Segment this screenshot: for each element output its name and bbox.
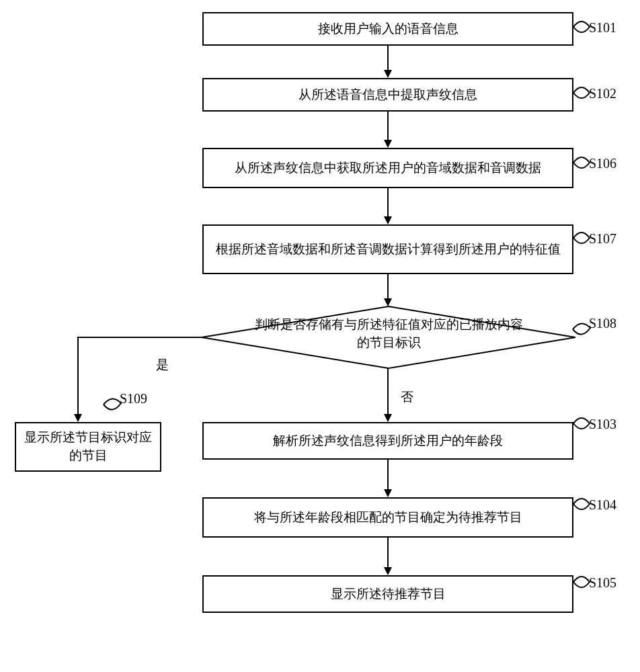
label-curve-s105 <box>573 574 591 590</box>
process-step-s109: 显示所述节目标识对应的节目 <box>15 422 161 472</box>
step-text: 将与所述年龄段相匹配的节目确定为待推荐节目 <box>254 509 522 527</box>
branch-no: 否 <box>401 388 413 406</box>
arrow-yes-s109 <box>74 336 208 422</box>
arrow-s107-s108 <box>383 274 393 306</box>
label-curve-s108 <box>573 321 592 337</box>
step-id-s107: S107 <box>589 231 616 247</box>
step-id-s106: S106 <box>589 156 616 171</box>
step-id-s103: S103 <box>589 417 616 432</box>
arrow-s106-s107 <box>383 188 393 224</box>
step-text: 显示所述待推荐节目 <box>331 585 446 603</box>
svg-marker-15 <box>384 567 392 575</box>
step-text: 从所述语音信息中提取声纹信息 <box>298 86 477 104</box>
step-id-s105: S105 <box>589 575 616 591</box>
process-step-s104: 将与所述年龄段相匹配的节目确定为待推荐节目 <box>202 497 573 538</box>
step-text: 解析所述声纹信息得到所述用户的年龄段 <box>273 432 503 450</box>
label-curve-s107 <box>573 230 591 246</box>
arrow-s102-s106 <box>383 112 393 148</box>
process-step-s102: 从所述语音信息中提取声纹信息 <box>202 78 573 112</box>
step-id-s108: S108 <box>589 316 616 331</box>
step-text: 根据所述音域数据和所述音调数据计算得到所述用户的特征值 <box>216 241 561 259</box>
step-text: 从所述声纹信息中获取所述用户的音域数据和音调数据 <box>235 159 541 177</box>
process-step-s106: 从所述声纹信息中获取所述用户的音域数据和音调数据 <box>202 148 573 188</box>
label-curve-s101 <box>573 19 591 35</box>
svg-marker-1 <box>384 70 392 78</box>
label-curve-s106 <box>573 155 591 171</box>
step-id-s101: S101 <box>589 20 616 36</box>
label-curve-s109 <box>104 396 122 413</box>
svg-marker-11 <box>384 414 392 422</box>
svg-marker-13 <box>384 489 392 497</box>
step-id-s102: S102 <box>589 86 616 101</box>
step-id-s109: S109 <box>120 391 147 407</box>
label-curve-s102 <box>573 85 591 101</box>
process-step-s105: 显示所述待推荐节目 <box>202 575 573 613</box>
arrow-s103-s104 <box>383 460 393 497</box>
label-curve-s104 <box>573 496 591 512</box>
svg-marker-7 <box>384 298 392 306</box>
step-text: 显示所述节目标识对应的节目 <box>24 429 152 464</box>
arrow-no-s103 <box>383 368 393 422</box>
process-step-s107: 根据所述音域数据和所述音调数据计算得到所述用户的特征值 <box>202 224 573 274</box>
arrow-s101-s102 <box>383 46 393 78</box>
arrow-s104-s105 <box>383 538 393 575</box>
step-id-s104: S104 <box>589 497 616 513</box>
svg-marker-3 <box>384 140 392 148</box>
step-text: 接收用户输入的语音信息 <box>318 20 458 38</box>
svg-marker-9 <box>74 414 82 422</box>
process-step-s101: 接收用户输入的语音信息 <box>202 12 573 46</box>
decision-text-s108: 判断是否存储有与所述特征值对应的已播放内容的节目标识 <box>249 316 528 351</box>
process-step-s103: 解析所述声纹信息得到所述用户的年龄段 <box>202 422 573 460</box>
branch-yes: 是 <box>156 356 169 374</box>
svg-marker-5 <box>384 216 392 224</box>
label-curve-s103 <box>573 415 591 431</box>
